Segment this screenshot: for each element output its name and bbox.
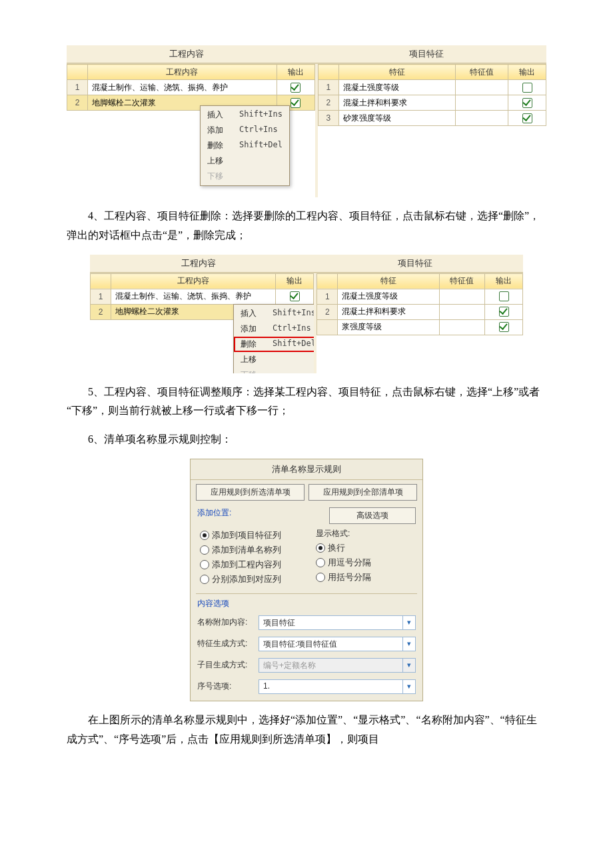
tab-right[interactable]: 项目特征 [306, 45, 546, 63]
feature-gen-select[interactable]: 项目特征:项目特征值▾ [259, 637, 416, 651]
paragraph-4: 4、工程内容、项目特征删除：选择要删除的工程内容、项目特征，点击鼠标右键，选择“… [67, 207, 546, 245]
tab-left[interactable]: 工程内容 [90, 255, 306, 272]
radio-bracket[interactable]: 用括号分隔 [316, 570, 416, 585]
context-menu: 插入Shift+Ins 添加Ctrl+Ins 删除Shift+Del 上移 下移 [233, 304, 316, 373]
radio-wrap[interactable]: 换行 [316, 541, 416, 555]
checkbox[interactable] [499, 307, 509, 317]
menu-insert[interactable]: 插入Shift+Ins [201, 107, 289, 123]
checkbox[interactable] [291, 98, 301, 108]
radio-add-name-col[interactable]: 添加到清单名称列 [200, 543, 300, 557]
checkbox[interactable] [522, 98, 532, 108]
checkbox[interactable] [291, 83, 301, 93]
table-row[interactable]: 2 混凝土拌和料要求 [317, 304, 523, 319]
menu-add[interactable]: 添加Ctrl+Ins [234, 321, 316, 337]
feature-gen-label: 特征生成方式: [197, 638, 255, 649]
chevron-down-icon: ▾ [402, 659, 415, 672]
table-row[interactable]: 2 混凝土拌和料要求 [318, 95, 546, 111]
name-append-label: 名称附加内容: [197, 617, 255, 628]
col-value: 特征值 [456, 65, 508, 80]
radio-add-feat-col[interactable]: 添加到项目特征列 [200, 528, 300, 543]
paragraph-7: 在上图所示的清单名称显示规则中，选择好“添加位置”、“显示格式”、“名称附加内容… [67, 711, 546, 749]
col-output: 输出 [277, 65, 314, 80]
table-row[interactable]: 1 混凝土强度等级 [318, 80, 546, 95]
tab-bar: 工程内容 项目特征 [67, 45, 546, 63]
table-row[interactable]: 1 混凝土制作、运输、浇筑、振捣、养护 [67, 80, 315, 95]
format-label: 显示格式: [316, 528, 416, 541]
paragraph-5: 5、工程内容、项目特征调整顺序：选择某工程内容、项目特征，点击鼠标右键，选择“上… [67, 383, 546, 421]
col-feature: 特征 [338, 65, 455, 80]
radio-comma[interactable]: 用逗号分隔 [316, 555, 416, 570]
radio-add-each-col[interactable]: 分别添加到对应列 [200, 572, 300, 587]
col-content: 工程内容 [88, 65, 277, 80]
menu-add[interactable]: 添加Ctrl+Ins [201, 123, 289, 138]
chevron-down-icon: ▾ [402, 637, 415, 651]
add-position-label: 添加位置: [197, 507, 329, 524]
screenshot-insert-menu: 工程内容 项目特征 工程内容 输出 1 混凝土制作、运输、浇筑、振捣、养护 [67, 45, 546, 197]
context-menu: 插入Shift+Ins 添加Ctrl+Ins 删除Shift+Del 上移 下移 [200, 105, 290, 186]
advanced-button[interactable]: 高级选项 [329, 507, 416, 524]
tab-right[interactable]: 项目特征 [306, 255, 523, 272]
screenshot-delete-menu: 工程内容 项目特征 工程内容 输出 1 混凝土制作、运输、浇筑、振捣、养护 [90, 255, 523, 373]
menu-down: 下移 [201, 169, 289, 184]
name-rule-dialog: 清单名称显示规则 应用规则到所选清单项 应用规则到全部清单项 添加位置: 高级选… [190, 459, 423, 701]
checkbox[interactable] [522, 83, 532, 93]
table-row[interactable]: 1 混凝土制作、运输、浇筑、振捣、养护 [91, 289, 314, 304]
table-row[interactable]: 3 砂浆强度等级 [318, 111, 546, 126]
menu-up[interactable]: 上移 [201, 153, 289, 169]
menu-delete[interactable]: 删除Shift+Del [201, 138, 289, 153]
table-row[interactable]: 浆强度等级 [317, 319, 523, 335]
content-option-label: 内容选项 [197, 598, 229, 609]
right-grid: 特征 特征值 输出 1 混凝土强度等级 2 混凝土拌和料要求 [318, 64, 546, 126]
radio-add-content-col[interactable]: 添加到工程内容列 [200, 557, 300, 572]
apply-all-button[interactable]: 应用规则到全部清单项 [308, 484, 417, 501]
checkbox[interactable] [499, 291, 509, 301]
sub-gen-select: 编号+定额名称▾ [259, 658, 416, 673]
tab-left[interactable]: 工程内容 [67, 45, 306, 63]
screenshot-name-rule-dialog: 清单名称显示规则 应用规则到所选清单项 应用规则到全部清单项 添加位置: 高级选… [190, 459, 423, 701]
name-append-select[interactable]: 项目特征▾ [259, 615, 416, 630]
sequence-select[interactable]: 1.▾ [259, 679, 416, 694]
chevron-down-icon: ▾ [402, 680, 415, 693]
sequence-label: 序号选项: [197, 681, 255, 692]
col-output: 输出 [508, 65, 546, 80]
checkbox[interactable] [522, 113, 532, 123]
table-row[interactable]: 1 混凝土强度等级 [317, 289, 523, 304]
checkbox[interactable] [499, 322, 509, 332]
sub-gen-label: 子目生成方式: [197, 659, 255, 671]
menu-up[interactable]: 上移 [234, 352, 316, 367]
dialog-title: 清单名称显示规则 [191, 459, 422, 480]
left-grid: 工程内容 输出 1 混凝土制作、运输、浇筑、振捣、养护 2 地脚螺栓二次灌浆 [67, 64, 315, 111]
chevron-down-icon: ▾ [402, 616, 415, 629]
paragraph-6: 6、清单项名称显示规则控制： [67, 430, 546, 449]
menu-down: 下移 [234, 367, 316, 373]
left-panel: 工程内容 输出 1 混凝土制作、运输、浇筑、振捣、养护 2 地脚螺栓二次灌浆 [67, 64, 318, 197]
checkbox[interactable] [290, 291, 300, 301]
menu-insert[interactable]: 插入Shift+Ins [234, 306, 316, 321]
menu-delete[interactable]: 删除Shift+Del [234, 337, 316, 352]
apply-selected-button[interactable]: 应用规则到所选清单项 [196, 484, 305, 501]
right-panel: 特征 特征值 输出 1 混凝土强度等级 2 混凝土拌和料要求 [318, 64, 546, 197]
